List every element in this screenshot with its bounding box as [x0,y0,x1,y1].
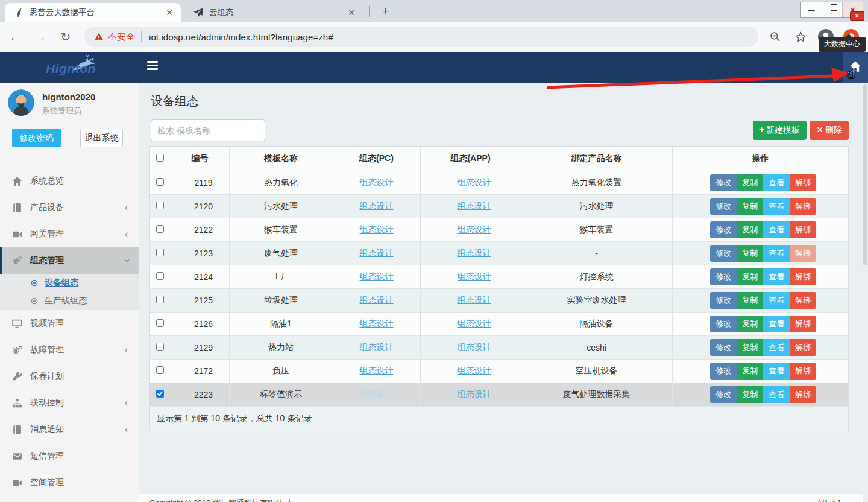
view-button[interactable]: 查看 [763,174,790,191]
modify-button[interactable]: 修改 [710,268,737,285]
copy-button[interactable]: 复制 [737,245,763,262]
unbind-button[interactable]: 解绑 [790,386,816,403]
view-button[interactable]: 查看 [763,221,790,238]
unbind-button[interactable]: 解绑 [790,363,816,380]
sidebar-item-system-overview[interactable]: 系统总览 [0,168,139,194]
modify-button[interactable]: 修改 [710,386,737,403]
view-button[interactable]: 查看 [763,386,790,403]
sidebar-item-maintenance-plan[interactable]: 保养计划 [0,363,139,390]
reload-icon[interactable]: ↻ [55,27,76,47]
new-tab-button[interactable]: + [377,4,394,21]
view-button[interactable]: 查看 [763,198,790,215]
pc-config-design-link[interactable]: 组态设计 [360,366,394,375]
view-button[interactable]: 查看 [763,363,790,380]
back-icon[interactable]: ← [5,27,25,47]
modify-button[interactable]: 修改 [710,174,737,191]
scrollbar-thumb[interactable] [863,84,867,265]
window-close-button[interactable]: ✕ ✕ [842,2,863,17]
address-bar[interactable]: 不安全 iot.idosp.net/admin/index.html?langu… [84,27,758,47]
tab-close-icon[interactable]: ✕ [164,7,175,18]
copy-button[interactable]: 复制 [737,268,763,285]
view-button[interactable]: 查看 [763,316,790,332]
app-config-design-link[interactable]: 组态设计 [458,319,491,328]
modify-button[interactable]: 修改 [710,363,737,380]
scrollbar[interactable] [863,83,868,502]
pc-config-design-link[interactable]: 组态设计 [360,224,394,234]
pc-config-design-link[interactable]: 组态设计 [360,201,394,211]
copy-button[interactable]: 复制 [737,292,763,309]
sidebar-item-sms-mgmt[interactable]: 短信管理 [0,443,139,469]
select-all-checkbox[interactable] [156,154,164,162]
sidebar-item-video-mgmt[interactable]: 视频管理 [0,310,139,337]
sidebar-item-message-notice[interactable]: 消息通知‹ [0,416,139,443]
unbind-button[interactable]: 解绑 [790,268,816,285]
pc-config-design-link[interactable]: 组态设计 [360,295,394,305]
unbind-button[interactable]: 解绑 [790,292,816,309]
app-config-design-link[interactable]: 组态设计 [458,342,491,352]
window-minimize-button[interactable] [801,2,822,17]
pc-config-design-link[interactable]: 组态设计 [360,342,394,352]
app-config-design-link[interactable]: 组态设计 [458,295,491,305]
modify-button[interactable]: 修改 [710,292,737,309]
window-restore-button[interactable] [822,2,842,17]
copy-button[interactable]: 复制 [737,316,763,332]
zoom-out-icon[interactable] [767,28,784,45]
modify-button[interactable]: 修改 [710,316,737,332]
copy-button[interactable]: 复制 [737,339,763,356]
modify-button[interactable]: 修改 [710,339,737,356]
app-config-design-link[interactable]: 组态设计 [458,248,491,258]
row-checkbox[interactable] [156,202,164,209]
tab-close-icon[interactable]: ✕ [346,7,357,18]
row-checkbox[interactable] [156,249,164,256]
browser-tab-inactive[interactable]: 云组态 ✕ [184,3,363,22]
unbind-button[interactable]: 解绑 [790,339,816,356]
copy-button[interactable]: 复制 [737,174,763,191]
app-config-design-link[interactable]: 组态设计 [458,177,491,187]
forward-icon[interactable]: → [30,27,51,47]
view-button[interactable]: 查看 [763,339,790,356]
app-config-design-link[interactable]: 组态设计 [458,366,491,375]
logout-button[interactable]: 退出系统 [80,129,123,147]
sidebar-item-product-device[interactable]: 产品设备‹ [0,194,139,221]
pc-config-design-link[interactable]: 组态设计 [360,248,394,258]
sidebar-item-fault-mgmt[interactable]: 故障管理‹ [0,337,139,363]
copy-button[interactable]: 复制 [737,221,763,238]
copy-button[interactable]: 复制 [737,363,763,380]
row-checkbox[interactable] [156,366,164,374]
unbind-button[interactable]: 解绑 [790,245,816,262]
row-checkbox[interactable] [156,319,164,327]
browser-tab-active[interactable]: 思普云大数据平台 ✕ [5,3,181,22]
pc-config-design-link[interactable]: 组态设计 [360,319,394,328]
view-button[interactable]: 查看 [763,292,790,309]
copy-button[interactable]: 复制 [737,386,763,403]
delete-button[interactable]: ✕删除 [810,121,849,140]
row-checkbox[interactable] [156,296,164,303]
unbind-button[interactable]: 解绑 [790,174,816,191]
modify-button[interactable]: 修改 [710,221,737,238]
new-template-button[interactable]: +新建模板 [753,121,807,140]
sidebar-item-space-mgmt[interactable]: 空间管理 [0,469,139,496]
app-config-design-link[interactable]: 组态设计 [458,201,491,211]
sidebar-item-device-config[interactable]: 设备组态 [0,274,139,292]
pc-config-design-link[interactable]: 组态设计 [360,389,394,399]
sidebar-item-linkage-control[interactable]: 联动控制‹ [0,390,139,416]
view-button[interactable]: 查看 [763,268,790,285]
pc-config-design-link[interactable]: 组态设计 [360,272,394,281]
row-checkbox[interactable] [156,390,164,398]
bookmark-star-icon[interactable] [792,28,809,45]
row-checkbox[interactable] [156,178,164,186]
change-password-button[interactable]: 修改密码 [12,129,61,147]
sidebar-item-config-mgmt[interactable]: 组态管理‹ [0,247,139,274]
app-config-design-link[interactable]: 组态设计 [458,272,491,281]
modify-button[interactable]: 修改 [710,198,737,215]
pc-config-design-link[interactable]: 组态设计 [360,177,394,187]
view-button[interactable]: 查看 [763,245,790,262]
row-checkbox[interactable] [156,343,164,351]
row-checkbox[interactable] [156,272,164,280]
copy-button[interactable]: 复制 [737,198,763,215]
unbind-button[interactable]: 解绑 [790,316,816,332]
sidebar-item-gateway-mgmt[interactable]: 网关管理‹ [0,221,139,247]
hamburger-menu-icon[interactable] [147,61,158,74]
search-input[interactable] [151,119,265,141]
row-checkbox[interactable] [156,225,164,233]
